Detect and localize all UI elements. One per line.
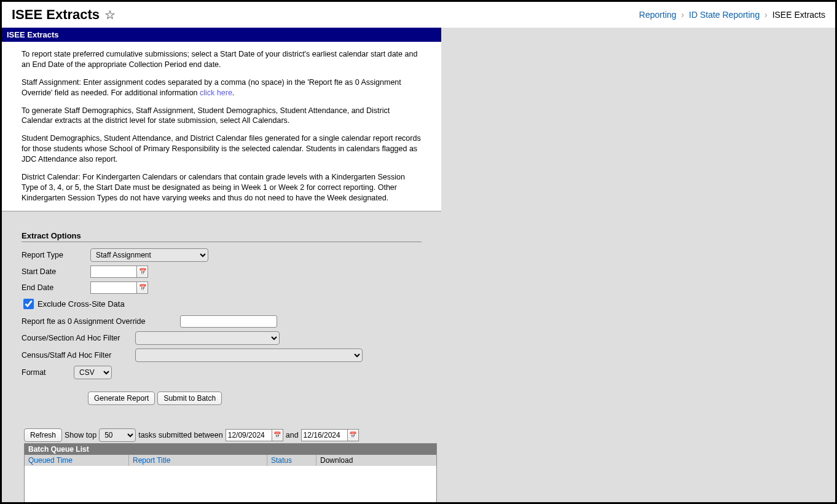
exclude-cross-site-checkbox[interactable] bbox=[23, 299, 34, 309]
end-date-label: End Date bbox=[22, 283, 90, 292]
info-text: District Calendar: For Kindergarten Cale… bbox=[22, 172, 422, 203]
override-label: Report fte as 0 Assignment Override bbox=[22, 317, 180, 326]
extract-options-heading: Extract Options bbox=[22, 231, 422, 242]
calendar-icon[interactable]: 📅 bbox=[137, 282, 148, 294]
census-filter-select[interactable] bbox=[135, 348, 363, 362]
page-header: ISEE Extracts ☆ Reporting › ID State Rep… bbox=[2, 2, 835, 28]
panel-heading: ISEE Extracts bbox=[2, 28, 441, 42]
batch-queue-body bbox=[25, 466, 436, 505]
calendar-icon[interactable]: 📅 bbox=[348, 429, 359, 441]
report-type-label: Report Type bbox=[22, 251, 90, 259]
start-date-input[interactable] bbox=[90, 266, 137, 278]
info-text: To report state preferred cumulative sub… bbox=[22, 49, 422, 70]
info-text: To generate Staff Demographics, Staff As… bbox=[22, 106, 422, 127]
submit-to-batch-button[interactable]: Submit to Batch bbox=[157, 392, 222, 405]
report-title-header[interactable]: Report Title bbox=[133, 456, 170, 465]
course-filter-select[interactable] bbox=[135, 331, 280, 345]
format-label: Format bbox=[22, 368, 74, 377]
exclude-cross-site-label: Exclude Cross-Site Data bbox=[37, 299, 125, 309]
batch-date-to-input[interactable] bbox=[301, 429, 348, 441]
info-text: Staff Assignment: Enter assignment codes… bbox=[22, 77, 422, 98]
queued-time-header[interactable]: Queued Time bbox=[28, 456, 73, 465]
submitted-between-label: tasks submitted between bbox=[138, 431, 223, 439]
breadcrumb-link-id-state[interactable]: ID State Reporting bbox=[689, 10, 760, 20]
download-header: Download bbox=[316, 455, 436, 466]
batch-queue-heading: Batch Queue List bbox=[25, 444, 436, 455]
status-header[interactable]: Status bbox=[271, 456, 292, 465]
breadcrumb-link-reporting[interactable]: Reporting bbox=[639, 10, 677, 20]
favorite-star-icon[interactable]: ☆ bbox=[104, 7, 116, 22]
info-text: Student Demographics, Student Attendance… bbox=[22, 133, 422, 165]
click-here-link[interactable]: click here bbox=[200, 89, 232, 97]
breadcrumb-current: ISEE Extracts bbox=[772, 10, 825, 20]
and-label: and bbox=[286, 431, 299, 439]
chevron-right-icon: › bbox=[681, 10, 684, 20]
calendar-icon[interactable]: 📅 bbox=[137, 266, 148, 278]
start-date-label: Start Date bbox=[22, 267, 90, 276]
page-title: ISEE Extracts bbox=[12, 7, 100, 23]
show-top-select[interactable]: 50 bbox=[99, 428, 136, 442]
chevron-right-icon: › bbox=[764, 10, 768, 20]
batch-queue-table: Batch Queue List Queued Time Report Titl… bbox=[24, 443, 437, 505]
generate-report-button[interactable]: Generate Report bbox=[88, 392, 155, 405]
refresh-button[interactable]: Refresh bbox=[24, 428, 62, 442]
info-panel: To report state preferred cumulative sub… bbox=[2, 42, 441, 211]
breadcrumb: Reporting › ID State Reporting › ISEE Ex… bbox=[639, 10, 825, 20]
show-top-label: Show top bbox=[65, 431, 96, 439]
calendar-icon[interactable]: 📅 bbox=[272, 429, 283, 441]
format-select[interactable]: CSV bbox=[74, 366, 112, 379]
batch-date-from-input[interactable] bbox=[226, 429, 272, 441]
course-filter-label: Course/Section Ad Hoc Filter bbox=[22, 334, 135, 342]
end-date-input[interactable] bbox=[90, 282, 137, 294]
override-input[interactable] bbox=[180, 315, 277, 328]
census-filter-label: Census/Staff Ad Hoc Filter bbox=[22, 351, 135, 360]
report-type-select[interactable]: Staff Assignment bbox=[90, 248, 208, 262]
